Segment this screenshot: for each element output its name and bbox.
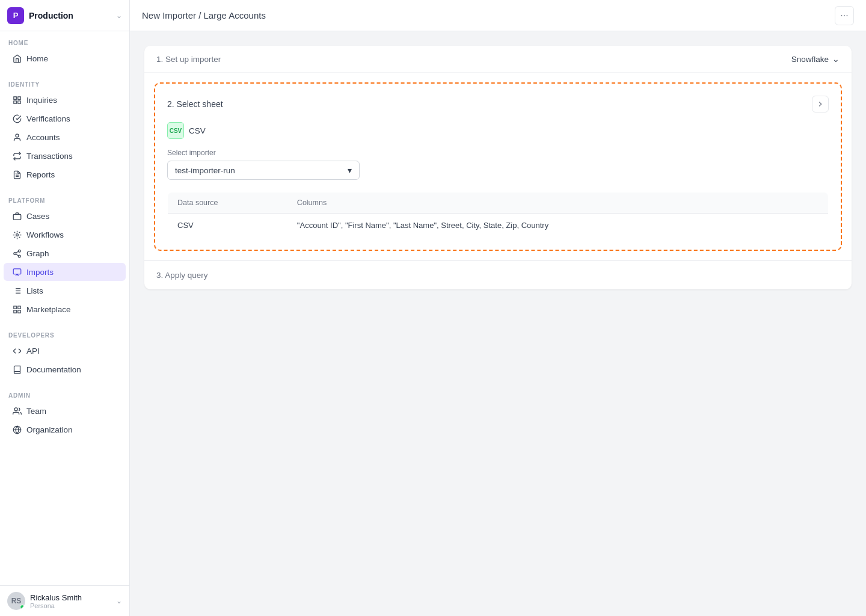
col-header-columns: Columns — [287, 192, 829, 214]
sidebar-item-label: Documentation — [26, 365, 81, 374]
sidebar-section-platform: PLATFORM Cases Workflows Graph Imports — [0, 189, 129, 324]
sidebar-item-lists[interactable]: Lists — [4, 282, 126, 300]
marketplace-icon — [12, 304, 22, 314]
sidebar-item-label: Workflows — [26, 230, 64, 239]
sidebar-section-label-platform: PLATFORM — [0, 194, 129, 206]
workflows-icon — [12, 230, 22, 239]
step1-label: 1. Set up importer — [156, 55, 221, 64]
sidebar-item-label: Cases — [26, 212, 49, 221]
sidebar-item-imports[interactable]: Imports — [4, 263, 126, 281]
sidebar-item-label: Lists — [26, 286, 43, 295]
user-profile[interactable]: RS Rickalus Smith Persona — [7, 592, 82, 610]
dropdown-chevron-icon: ▾ — [348, 165, 352, 175]
table-row: CSV "Account ID", "First Name", "Last Na… — [168, 214, 829, 238]
more-options-button[interactable]: ··· — [835, 6, 854, 25]
sidebar-section-label-admin: ADMIN — [0, 389, 129, 401]
sidebar-item-workflows[interactable]: Workflows — [4, 226, 126, 244]
select-importer-label: Select importer — [167, 149, 829, 157]
api-icon — [12, 346, 22, 356]
cell-columns: "Account ID", "First Name", "Last Name",… — [287, 214, 829, 238]
svg-point-11 — [18, 255, 20, 257]
svg-point-10 — [13, 252, 16, 254]
sidebar-item-documentation[interactable]: Documentation — [4, 360, 126, 378]
sidebar-item-label: Organization — [26, 425, 73, 434]
sidebar-item-label: Imports — [26, 268, 54, 277]
importer-card: 1. Set up importer Snowflake ⌄ 2. Select… — [144, 46, 852, 289]
sidebar-footer: RS Rickalus Smith Persona ⌄ — [0, 585, 129, 616]
step2-container: 2. Select sheet CSV CSV Select importer … — [154, 82, 842, 251]
chevron-down-icon: ⌄ — [832, 54, 840, 64]
app-name: Production — [29, 11, 73, 20]
sidebar-item-api[interactable]: API — [4, 342, 126, 360]
verifications-icon — [12, 114, 22, 123]
step3-header: 3. Apply query — [144, 260, 852, 289]
sidebar-item-marketplace[interactable]: Marketplace — [4, 300, 126, 318]
svg-rect-0 — [13, 96, 16, 99]
sidebar-item-organization[interactable]: Organization — [4, 420, 126, 439]
page-title: New Importer / Large Accounts — [142, 10, 266, 20]
imports-icon — [12, 267, 22, 277]
cell-data-source: CSV — [168, 214, 287, 238]
svg-point-26 — [14, 407, 17, 410]
user-chevron-icon: ⌄ — [116, 597, 122, 605]
svg-rect-7 — [13, 214, 21, 220]
sidebar-item-inquiries[interactable]: Inquiries — [4, 91, 126, 109]
csv-icon: CSV — [167, 122, 184, 139]
step1-header: 1. Set up importer Snowflake ⌄ — [144, 46, 852, 73]
sidebar-item-label: Home — [26, 54, 48, 63]
sidebar-section-identity: IDENTITY Inquiries Verifications Account… — [0, 73, 129, 189]
sidebar-section-home: HOME Home — [0, 31, 129, 73]
graph-icon — [12, 248, 22, 258]
reports-icon — [12, 170, 22, 179]
sidebar-item-label: API — [26, 346, 40, 356]
sidebar-section-developers: DEVELOPERS API Documentation — [0, 324, 129, 384]
sidebar-section-label-developers: DEVELOPERS — [0, 328, 129, 341]
accounts-icon — [12, 132, 22, 142]
app-switcher[interactable]: P Production — [7, 7, 73, 24]
svg-rect-14 — [13, 268, 21, 274]
svg-rect-25 — [17, 310, 20, 312]
step2-expand-button[interactable] — [812, 96, 829, 112]
svg-rect-2 — [13, 100, 16, 103]
sidebar-item-cases[interactable]: Cases — [4, 207, 126, 225]
step1-connector[interactable]: Snowflake ⌄ — [791, 54, 840, 64]
svg-line-12 — [16, 254, 18, 255]
organization-icon — [12, 425, 22, 434]
sidebar-section-admin: ADMIN Team Organization — [0, 384, 129, 444]
sidebar-item-label: Marketplace — [26, 305, 71, 314]
step3-label: 3. Apply query — [156, 271, 208, 280]
importer-select[interactable]: test-importer-run ▾ — [167, 161, 360, 180]
sidebar-item-home[interactable]: Home — [4, 49, 126, 67]
documentation-icon — [12, 365, 22, 374]
content-area: 1. Set up importer Snowflake ⌄ 2. Select… — [130, 31, 866, 616]
sidebar-item-graph[interactable]: Graph — [4, 244, 126, 262]
svg-rect-23 — [17, 306, 20, 308]
sidebar-item-accounts[interactable]: Accounts — [4, 128, 126, 146]
step1-connector-name: Snowflake — [791, 55, 829, 64]
sidebar-header[interactable]: P Production ⌄ — [0, 0, 129, 31]
svg-rect-3 — [17, 100, 20, 103]
user-name: Rickalus Smith — [30, 593, 82, 602]
cases-icon — [12, 211, 22, 221]
selected-importer-value: test-importer-run — [175, 166, 235, 175]
team-icon — [12, 406, 22, 416]
main-content: New Importer / Large Accounts ··· 1. Set… — [130, 0, 866, 616]
sidebar-item-label: Accounts — [26, 133, 60, 142]
sidebar-item-label: Transactions — [26, 152, 73, 161]
sidebar-item-transactions[interactable]: Transactions — [4, 147, 126, 165]
sidebar-item-label: Team — [26, 407, 46, 416]
avatar: RS — [7, 592, 25, 610]
chevron-down-icon: ⌄ — [116, 11, 122, 20]
step2-title: 2. Select sheet — [167, 96, 829, 112]
user-text: Rickalus Smith Persona — [30, 593, 82, 609]
topbar-actions: ··· — [835, 6, 854, 25]
sidebar-item-label: Inquiries — [26, 96, 57, 105]
sidebar-item-verifications[interactable]: Verifications — [4, 109, 126, 128]
user-status-dot — [20, 605, 25, 609]
sidebar-item-team[interactable]: Team — [4, 402, 126, 420]
svg-point-4 — [16, 134, 19, 137]
user-role: Persona — [30, 602, 82, 609]
svg-line-13 — [16, 251, 18, 253]
sidebar-item-reports[interactable]: Reports — [4, 165, 126, 183]
svg-point-8 — [16, 233, 18, 236]
